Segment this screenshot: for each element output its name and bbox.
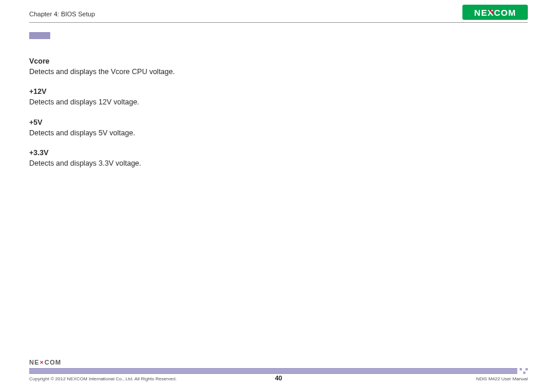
header-accent-block: [29, 32, 50, 39]
nexcom-logo-footer: NECOM: [29, 356, 61, 367]
nexcom-logo-top: NEXCOM: [462, 5, 528, 20]
page-content: Vcore Detects and displays the Vcore CPU…: [29, 56, 280, 178]
section-12v: +12V Detects and displays 12V voltage.: [29, 86, 280, 107]
section-desc: Detects and displays 3.3V voltage.: [29, 159, 141, 167]
section-title: +3.3V: [29, 148, 280, 158]
nexcom-logo-icon: NEXCOM: [462, 5, 528, 20]
page-number: 40: [0, 374, 557, 382]
section-desc: Detects and displays the Vcore CPU volta…: [29, 68, 175, 76]
section-vcore: Vcore Detects and displays the Vcore CPU…: [29, 56, 280, 77]
document-reference: NDiS M422 User Manual: [476, 376, 528, 382]
footer-squares-icon: [517, 368, 528, 374]
chapter-title: Chapter 4: BIOS Setup: [29, 10, 95, 18]
section-desc: Detects and displays 5V voltage.: [29, 129, 135, 137]
section-desc: Detects and displays 12V voltage.: [29, 98, 139, 106]
section-5v: +5V Detects and displays 5V voltage.: [29, 117, 280, 138]
section-title: +5V: [29, 117, 280, 128]
page-header: Chapter 4: BIOS Setup: [29, 8, 528, 23]
section-title: +12V: [29, 86, 280, 97]
section-3p3v: +3.3V Detects and displays 3.3V voltage.: [29, 148, 280, 169]
footer-accent-bar: [29, 368, 528, 374]
nexcom-logo-small-icon: NECOM: [29, 359, 61, 366]
section-title: Vcore: [29, 56, 280, 66]
header-divider: [29, 22, 528, 23]
